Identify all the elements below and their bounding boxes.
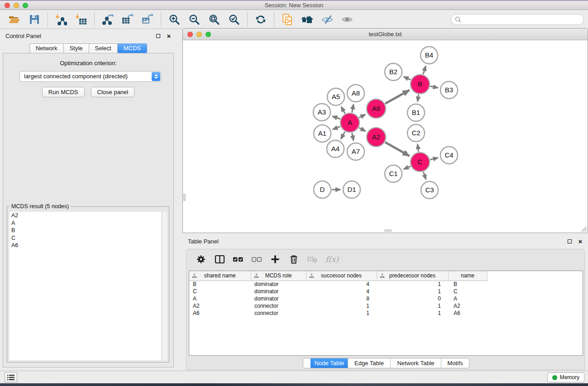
open-session-button[interactable] <box>5 11 24 28</box>
cell-shared-name[interactable]: A2 <box>189 302 251 310</box>
show-details-button[interactable] <box>337 11 357 28</box>
table-row[interactable]: Bdominator41B <box>189 281 487 288</box>
cell-successor-nodes[interactable]: 1 <box>306 310 377 317</box>
delete-row-button[interactable] <box>288 254 299 265</box>
import-table-button[interactable] <box>71 11 91 28</box>
tab-style[interactable]: Style <box>64 43 89 53</box>
cell-name[interactable]: A6 <box>448 310 487 317</box>
cell-predecessor-nodes[interactable]: 1 <box>377 310 448 317</box>
edge-A-A5[interactable] <box>341 107 345 114</box>
search-input[interactable] <box>461 15 583 24</box>
mcds-result-item[interactable]: C <box>10 234 161 242</box>
cell-shared-name[interactable]: C <box>189 288 251 295</box>
table-row[interactable]: Cdominator41C <box>189 288 487 295</box>
zoom-fit-button[interactable] <box>204 11 224 28</box>
edge-A-A6[interactable] <box>359 114 365 118</box>
edge-A-A3[interactable] <box>332 116 340 119</box>
export-table-button[interactable] <box>118 11 138 28</box>
tab-motifs[interactable]: Motifs <box>441 358 469 368</box>
column-header-predecessor-nodes[interactable]: predecessor nodes <box>377 271 448 281</box>
edge-C-C4[interactable] <box>430 158 438 160</box>
cell-name[interactable]: A2 <box>448 302 487 310</box>
select-all-button[interactable] <box>233 254 244 265</box>
column-header-shared-name[interactable]: shared name <box>189 271 251 281</box>
cell-predecessor-nodes[interactable]: 1 <box>377 288 448 295</box>
refresh-view-button[interactable] <box>251 11 271 28</box>
edge-A-A2[interactable] <box>359 128 365 131</box>
edge-B-B3[interactable] <box>430 86 438 88</box>
cell-MCDS-role[interactable]: dominator <box>251 281 306 288</box>
cell-MCDS-role[interactable]: connector <box>251 310 306 317</box>
table-row[interactable]: Adominator80A <box>189 295 487 302</box>
network-canvas[interactable]: B4B2BB3A5A8A6A3AB1A1A2C2A4A7C4CC1C3DD1 <box>183 41 587 232</box>
canvas-vertical-scroll-tick[interactable] <box>183 194 186 201</box>
deselect-all-button[interactable] <box>251 254 262 265</box>
cell-predecessor-nodes[interactable]: 1 <box>377 281 448 288</box>
cell-name[interactable]: A <box>448 295 487 302</box>
network-graph[interactable]: B4B2BB3A5A8A6A3AB1A1A2C2A4A7C4CC1C3DD1 <box>183 41 587 232</box>
edge-C-C2[interactable] <box>417 144 418 152</box>
run-mcds-button[interactable]: Run MCDS <box>42 87 85 97</box>
cell-shared-name[interactable]: A6 <box>189 310 251 317</box>
column-header-MCDS-role[interactable]: MCDS role <box>251 271 306 281</box>
edge-C-C1[interactable] <box>404 166 411 169</box>
table-row[interactable]: A2connector11A2 <box>189 302 487 310</box>
tab-network[interactable]: Network <box>29 43 64 53</box>
edge-A2-C[interactable] <box>385 142 410 156</box>
cell-MCDS-role[interactable]: connector <box>251 302 306 310</box>
save-session-button[interactable] <box>24 11 44 28</box>
cell-predecessor-nodes[interactable]: 0 <box>377 295 448 302</box>
cell-name[interactable]: B <box>448 281 487 288</box>
mcds-result-item[interactable]: A6 <box>10 242 161 249</box>
add-row-button[interactable] <box>270 254 281 265</box>
cell-shared-name[interactable]: B <box>189 281 251 288</box>
edge-A-A7[interactable] <box>352 133 354 141</box>
cell-MCDS-role[interactable]: dominator <box>251 288 306 295</box>
cell-name[interactable]: C <box>448 288 487 295</box>
edge-A6-B[interactable] <box>385 90 409 104</box>
memory-button[interactable]: Memory <box>547 372 584 382</box>
mcds-result-item[interactable]: A2 <box>10 212 161 219</box>
delete-table-button[interactable] <box>307 254 318 265</box>
export-network-button[interactable] <box>98 11 118 28</box>
tab-select[interactable]: Select <box>89 43 118 53</box>
canvas-horizontal-scroll-tick[interactable] <box>384 229 392 232</box>
function-builder-button[interactable]: f(x) <box>325 254 339 265</box>
cell-successor-nodes[interactable]: 4 <box>306 281 377 288</box>
edge-A-A1[interactable] <box>333 126 340 129</box>
edge-C-C3[interactable] <box>423 172 426 180</box>
edge-B-B4[interactable] <box>423 66 426 74</box>
cell-MCDS-role[interactable]: dominator <box>251 295 306 302</box>
edge-B-B1[interactable] <box>418 95 419 101</box>
edge-A-A4[interactable] <box>341 132 345 139</box>
edge-A-A8[interactable] <box>352 105 354 113</box>
copy-button[interactable] <box>277 11 297 28</box>
close-panel-button-2[interactable]: Close panel <box>91 87 135 97</box>
column-settings-button[interactable] <box>196 254 206 265</box>
column-header-successor-nodes[interactable]: successor nodes <box>306 271 377 281</box>
cell-shared-name[interactable]: A <box>189 295 251 302</box>
criterion-select[interactable]: largest connected component (directed) <box>19 71 161 82</box>
result-list-scrollbar[interactable] <box>162 212 167 360</box>
tab-mcds[interactable]: MCDS <box>118 43 147 53</box>
table-row[interactable]: A6connector11A6 <box>189 310 487 317</box>
edge-B-B2[interactable] <box>404 76 411 80</box>
tab-edge-table[interactable]: Edge Table <box>348 358 390 368</box>
mcds-result-list[interactable]: A2ABCA6 <box>10 212 161 360</box>
home-gallery-button[interactable] <box>297 11 317 28</box>
close-panel-button[interactable]: × <box>166 33 172 39</box>
show-column-button[interactable] <box>214 254 225 265</box>
search-field[interactable] <box>451 14 584 25</box>
column-header-name[interactable]: name <box>448 271 487 281</box>
tab-node-table[interactable]: Node Table <box>311 358 348 368</box>
zoom-selected-button[interactable] <box>224 11 244 28</box>
cell-predecessor-nodes[interactable]: 1 <box>377 302 448 310</box>
mcds-result-item[interactable]: B <box>10 227 161 234</box>
cell-successor-nodes[interactable]: 4 <box>306 288 377 295</box>
float-panel-button[interactable] <box>155 33 161 39</box>
cell-successor-nodes[interactable]: 1 <box>306 302 377 310</box>
session-list-button[interactable] <box>5 372 17 382</box>
hide-details-button[interactable] <box>317 11 337 28</box>
float-table-panel-button[interactable] <box>566 238 573 244</box>
resize-grip-icon[interactable] <box>580 225 587 232</box>
